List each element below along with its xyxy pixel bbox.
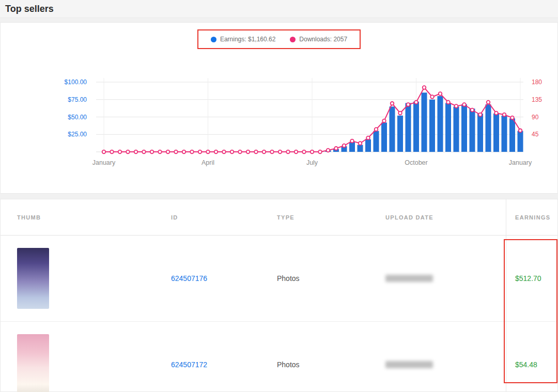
- column-header-thumb: THUMB: [1, 214, 156, 221]
- page-title: Top sellers: [5, 4, 54, 14]
- row-type: Photos: [277, 360, 300, 369]
- column-header-upload-date: UPLOAD DATE: [370, 214, 506, 221]
- downloads-legend-dot: [290, 37, 296, 42]
- svg-text:45: 45: [532, 131, 539, 138]
- upload-date-redacted: [385, 361, 433, 368]
- row-earnings: $512.70: [515, 274, 541, 283]
- svg-text:July: July: [306, 159, 318, 166]
- svg-text:October: October: [405, 159, 427, 166]
- row-earnings: $54.48: [515, 360, 537, 369]
- row-id-link[interactable]: 624507172: [171, 360, 207, 369]
- svg-text:$100.00: $100.00: [65, 79, 87, 86]
- svg-text:April: April: [202, 159, 214, 166]
- legend-annotation-box: Earnings: $1,160.62 Downloads: 2057: [197, 29, 361, 49]
- column-header-id: ID: [156, 214, 261, 221]
- column-header-earnings: EARNINGS: [506, 214, 557, 221]
- downloads-legend-label: Downloads: 2057: [299, 36, 347, 43]
- svg-text:180: 180: [532, 79, 542, 86]
- thumbnail-image[interactable]: [17, 334, 49, 392]
- svg-text:January: January: [509, 159, 532, 166]
- svg-text:$25.00: $25.00: [68, 131, 87, 138]
- upload-date-redacted: [385, 275, 433, 282]
- table-row: 624507172 Photos $54.48: [1, 322, 557, 392]
- svg-text:January: January: [92, 159, 116, 166]
- top-sellers-table: THUMB ID TYPE UPLOAD DATE EARNINGS 62450…: [0, 199, 558, 392]
- svg-text:135: 135: [532, 96, 542, 103]
- table-row: 624507176 Photos $512.70: [1, 236, 557, 322]
- table-header-row: THUMB ID TYPE UPLOAD DATE EARNINGS: [1, 199, 557, 236]
- legend-item-earnings: Earnings: $1,160.62: [211, 36, 275, 43]
- earnings-downloads-chart: $25.0045$50.0090$75.00135$100.00180Janua…: [1, 72, 558, 173]
- page-header: Top sellers: [0, 0, 558, 18]
- svg-text:$50.00: $50.00: [68, 114, 87, 121]
- row-type: Photos: [277, 274, 300, 283]
- legend-item-downloads: Downloads: 2057: [290, 36, 347, 43]
- earnings-legend-label: Earnings: $1,160.62: [220, 36, 275, 43]
- chart-legend: Earnings: $1,160.62 Downloads: 2057: [1, 23, 557, 49]
- column-header-type: TYPE: [261, 214, 370, 221]
- earnings-legend-dot: [211, 37, 216, 42]
- row-id-link[interactable]: 624507176: [171, 274, 207, 283]
- svg-text:90: 90: [532, 114, 539, 121]
- earnings-column-divider: [506, 199, 506, 391]
- thumbnail-image[interactable]: [17, 248, 49, 309]
- chart-card: Earnings: $1,160.62 Downloads: 2057 $25.…: [0, 22, 558, 194]
- svg-text:$75.00: $75.00: [68, 96, 87, 103]
